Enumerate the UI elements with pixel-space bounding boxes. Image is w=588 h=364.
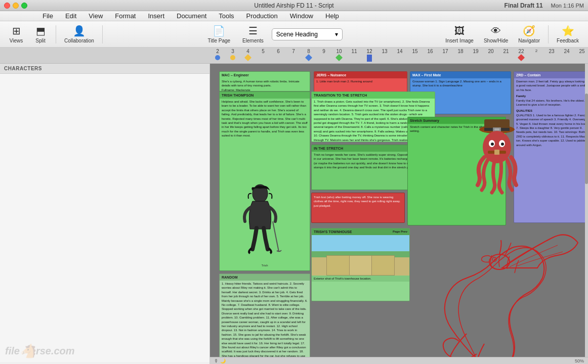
townhouse-image (312, 235, 409, 276)
townhouse-body: Exterior shot of Trish's townhouse locat… (312, 276, 409, 282)
scroll-thumb[interactable] (585, 94, 588, 184)
random-title: RANDOM (222, 276, 238, 279)
menu-format[interactable]: Format (113, 11, 138, 21)
sidebar: CHARACTERS file 🐴 rse.com (0, 64, 210, 364)
menu-production[interactable]: Production (244, 11, 280, 21)
townhouse-title: TRISH'S TOWNHOUSE (314, 230, 352, 234)
ruler-mark-13: 13 (377, 48, 392, 63)
ruler-mark-6: 6 (271, 48, 286, 63)
watermark-horse-icon: 🐴 (20, 343, 36, 359)
trish-caption: Trish (261, 264, 268, 268)
svg-point-15 (494, 259, 496, 260)
menu-bar: File Edit View Format Insert Document To… (0, 11, 588, 21)
ruler-mark-19: 19 (468, 48, 483, 63)
max-header: MAX – First Mate (410, 72, 511, 78)
split-button[interactable]: ⬒ Split (29, 23, 52, 46)
ruler-mark-8: 8 (301, 48, 316, 63)
show-hide-button[interactable]: 👁 Show/Hide (480, 23, 512, 46)
svg-rect-12 (494, 150, 499, 155)
warning-body: Trish lost (who) after betting money off… (312, 193, 404, 210)
feedback-button[interactable]: ⭐ Feedback (553, 23, 583, 46)
townhouse-card[interactable]: TRISH'S TOWNHOUSE Page Prev Exterior sho… (311, 228, 410, 301)
ruler-mark-5: 5 (256, 48, 271, 63)
menu-view[interactable]: View (87, 11, 105, 21)
window-controls[interactable] (4, 3, 27, 9)
jeris-title: JERIS – Nuisance (316, 73, 346, 77)
collaboration-button[interactable]: 👤 Collaboration (60, 23, 98, 46)
transition-header: TRANSITION TO THE STRETCH (312, 92, 435, 99)
transition-title: TRANSITION TO THE STRETCH (314, 94, 367, 97)
feedback-label: Feedback (557, 38, 579, 43)
dragon-illustration (401, 217, 588, 364)
ruler-mark-14: 14 (392, 48, 407, 63)
ruler-mark-9: 9 (316, 48, 331, 63)
sidebar-content[interactable] (0, 74, 209, 362)
ruler-mark-3: 3 (225, 48, 240, 63)
toolbar-right: 🖼 Insert Image 👁 Show/Hide 🧭 Navigator ⭐… (441, 23, 583, 46)
ruler-mark-2b: 2 (529, 48, 544, 63)
trish-title: TRISH THOMPSON (222, 94, 254, 97)
trish-illustration (230, 182, 290, 260)
ruler-mark-25: 25 (574, 48, 588, 63)
ruler-mark-24: 24 (559, 48, 574, 63)
zrd-family-text: Family Hat 24 sisters. No brothers. He's… (516, 99, 588, 107)
show-hide-label: Show/Hide (484, 38, 508, 43)
menu-insert[interactable]: Insert (146, 11, 166, 21)
menu-edit[interactable]: Edit (63, 11, 78, 21)
trish-card-body: Helpless and afraid. She lacks self conf… (220, 99, 310, 139)
footer-left: 🎙 🌙 (214, 358, 226, 363)
navigator-icon: 🧭 (523, 25, 535, 37)
title-page-button[interactable]: 📄 Title Page (203, 23, 234, 46)
random-card[interactable]: RANDOM 1. Heavy hitter friends. Tattoos … (219, 274, 310, 364)
dropdown-chevron-icon: ▾ (335, 31, 338, 38)
views-label: Views (10, 38, 23, 43)
split-icon: ⬒ (36, 25, 46, 37)
trish-body-text: Helpless and afraid. She lacks self conf… (222, 100, 308, 137)
maximize-button[interactable] (21, 3, 27, 9)
zrd-title: ZRD – Contain (516, 73, 540, 77)
zrd-qualities-label: QUALITIES (516, 109, 588, 113)
ruler-mark-20: 20 (483, 48, 498, 63)
content-area[interactable]: MAC – Engineer She's a cyborg. A human t… (210, 64, 588, 364)
trish-card[interactable]: TRISH THOMPSON Helpless and afraid. She … (219, 92, 310, 271)
svg-rect-5 (494, 128, 499, 130)
scene-heading-select[interactable]: Scene Heading ▾ (272, 28, 343, 40)
toolbar-sep-1 (56, 25, 56, 43)
ruler-track: 2 3 4 5 6 7 8 9 10 11 12 13 14 15 16 (0, 48, 588, 63)
mac-card[interactable]: MAC – Engineer She's a cyborg. A human t… (219, 71, 310, 92)
svg-point-9 (491, 143, 494, 146)
menu-window[interactable]: Window (288, 11, 315, 21)
collaboration-label: Collaboration (64, 38, 94, 43)
insert-image-icon: 🖼 (454, 25, 465, 37)
scroll-bar[interactable] (585, 64, 588, 364)
elements-icon: ☰ (248, 25, 258, 37)
footer: 🎙 🌙 50% (210, 357, 588, 364)
menu-document[interactable]: Document (175, 11, 208, 21)
navigator-label: Navigator (518, 38, 540, 43)
menu-tools[interactable]: Tools (217, 11, 236, 21)
close-button[interactable] (4, 3, 10, 9)
octopus-svg (467, 114, 527, 195)
ruler-mark-17: 17 (438, 48, 453, 63)
menu-file[interactable]: File (40, 11, 55, 21)
sidebar-header: CHARACTERS (0, 64, 209, 74)
ruler-mark-16: 16 (423, 48, 438, 63)
max-title: MAX – First Mate (412, 73, 441, 77)
views-button[interactable]: ⊞ Views (5, 23, 27, 46)
elements-button[interactable]: ☰ Elements (238, 23, 268, 46)
title-bar-icons: Final Draft 11 Mon 1:16 PM (505, 2, 584, 9)
ruler-mark-11: 11 (347, 48, 362, 63)
mac-card-header: MAC – Engineer (220, 72, 310, 78)
menu-help[interactable]: Help (323, 11, 341, 21)
random-body: 1. Heavy hitter friends. Tattoos and wei… (220, 281, 310, 364)
minimize-button[interactable] (13, 3, 19, 9)
navigator-button[interactable]: 🧭 Navigator (514, 23, 544, 46)
title-page-label: Title Page (207, 38, 230, 43)
insert-image-button[interactable]: 🖼 Insert Image (441, 23, 478, 46)
zrd-header: ZRD – Contain (514, 72, 588, 78)
random-header: RANDOM (220, 274, 310, 281)
ruler-mark-7: 7 (286, 48, 301, 63)
warning-card[interactable]: Trish lost (who) after betting money off… (311, 193, 405, 223)
split-label: Split (35, 38, 45, 43)
mac-body-text: She's a cyborg. A human torso with robot… (222, 80, 300, 87)
